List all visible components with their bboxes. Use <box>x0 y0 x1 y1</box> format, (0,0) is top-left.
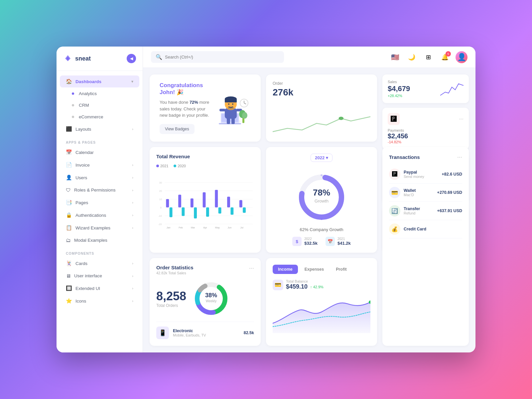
svg-text:May: May <box>215 226 220 229</box>
svg-text:-10: -10 <box>158 214 162 217</box>
svg-text:Weekly: Weekly <box>206 299 217 303</box>
sales-change: +28.42% <box>388 94 410 98</box>
sidebar-item-ecommerce[interactable]: eCommerce <box>60 111 139 122</box>
payments-change: -14.82% <box>388 140 464 144</box>
sidebar-item-roles[interactable]: 🛡 Roles & Permissions › <box>60 184 139 196</box>
user-avatar[interactable]: 👤 <box>456 51 467 63</box>
invoice-icon: 📄 <box>66 162 72 168</box>
svg-rect-37 <box>182 207 185 216</box>
svg-text:30: 30 <box>159 181 162 184</box>
transactions-more-icon[interactable]: ··· <box>457 154 462 161</box>
search-input[interactable] <box>165 55 279 60</box>
sales-chart-icon <box>440 80 464 97</box>
sidebar-item-crm[interactable]: CRM <box>60 100 139 111</box>
grid-button[interactable]: ⊞ <box>422 51 434 63</box>
view-badges-button[interactable]: View Badges <box>160 124 195 134</box>
transaction-transfer-amount: +637.91 USD <box>437 208 462 213</box>
sidebar-item-wizard[interactable]: 📋 Wizard Examples › <box>60 222 139 234</box>
payments-value: $2,456 <box>388 132 464 140</box>
welcome-illustration <box>211 88 251 128</box>
transactions-title: Transactions <box>389 154 420 160</box>
chevron-icon: › <box>132 286 133 290</box>
sidebar-item-extended-ui[interactable]: 🔲 Extended UI › <box>60 282 139 294</box>
svg-text:20: 20 <box>159 190 162 193</box>
transfer-transaction-icon: 🔄 <box>389 205 400 216</box>
legend-dot-2020 <box>174 165 176 167</box>
sidebar-item-users[interactable]: 👤 Users › <box>60 172 139 184</box>
dot-icon <box>72 116 74 118</box>
wallet-transaction-icon: 💳 <box>389 187 400 198</box>
balance-icon: 💳 <box>273 280 283 290</box>
components-section-label: COMPONENTS <box>57 247 143 257</box>
transaction-credit-info: Credit Card <box>404 227 459 231</box>
value-2022: $32.5k <box>304 241 318 246</box>
electronic-sub: Mobile, Earbuds, TV <box>173 333 240 337</box>
electronic-name: Electronic <box>173 329 240 333</box>
sidebar-item-icons[interactable]: ⭐ Icons › <box>60 295 139 307</box>
sidebar-item-label: Roles & Permissions <box>74 188 116 193</box>
sidebar-item-ui[interactable]: 🖥 User interface › <box>60 270 139 282</box>
sidebar-item-label: Modal Examples <box>74 238 107 243</box>
svg-rect-43 <box>218 207 221 213</box>
growth-donut: 78% Growth <box>295 171 348 224</box>
chart-legend: 2021 2020 <box>156 164 254 168</box>
svg-rect-34 <box>166 199 169 207</box>
sidebar-item-modal[interactable]: 🗂 Modal Examples <box>60 234 139 246</box>
chevron-icon: › <box>132 127 133 131</box>
sidebar-item-cards[interactable]: 🃏 Cards › <box>60 257 139 269</box>
search-box[interactable]: 🔍 <box>151 51 284 63</box>
chevron-icon: › <box>132 200 133 204</box>
income-card: Income Expenses Profit 💳 Total Balance $… <box>266 258 377 346</box>
theme-toggle[interactable]: 🌙 <box>406 51 418 63</box>
more-options-button[interactable]: ··· <box>459 116 464 122</box>
sidebar-item-dashboards[interactable]: 🏠 Dashboards ▾ <box>60 75 139 87</box>
legend-2021: 2021 <box>156 164 168 168</box>
growth-2022: $ 2022 $32.5k <box>292 237 318 246</box>
sidebar-item-analytics[interactable]: Analytics <box>60 88 139 99</box>
sidebar-item-calendar[interactable]: 📅 Calendar <box>60 146 139 158</box>
value-2021: $41.2k <box>337 241 351 246</box>
svg-rect-44 <box>227 197 230 207</box>
sidebar-item-label: Pages <box>75 200 88 205</box>
grid-icon: ⊞ <box>426 54 431 61</box>
order-count: 8,258 <box>156 289 186 303</box>
svg-rect-42 <box>215 190 218 207</box>
svg-rect-11 <box>225 99 237 102</box>
svg-point-12 <box>228 103 229 105</box>
revenue-title: Total Revenue <box>156 154 254 159</box>
transaction-wallet: 💳 Wallet Mac'D +270.69 USD <box>389 184 462 202</box>
sidebar-item-label: Users <box>75 175 87 180</box>
logo-text: sneat <box>75 55 91 62</box>
layouts-icon: ⬛ <box>66 126 72 132</box>
chevron-icon: › <box>132 261 133 265</box>
flag-button[interactable]: 🇺🇸 <box>389 51 401 63</box>
tab-income[interactable]: Income <box>273 265 298 274</box>
sidebar-item-invoice[interactable]: 📄 Invoice › <box>60 159 139 171</box>
chevron-icon: › <box>132 299 133 303</box>
sidebar-item-layouts[interactable]: ⬛ Layouts › <box>60 123 139 135</box>
order-stats-subtitle: 42.82k Total Sales <box>156 271 194 275</box>
sidebar-toggle[interactable]: ◀ <box>127 54 136 63</box>
sidebar-item-label: Icons <box>75 299 86 304</box>
sidebar-item-auth[interactable]: 🔒 Authentications › <box>60 209 139 221</box>
sidebar-item-label: Cards <box>75 261 87 266</box>
moon-icon: 🌙 <box>408 54 415 61</box>
tab-expenses[interactable]: Expenses <box>299 265 329 274</box>
chevron-icon: ▾ <box>131 79 133 84</box>
order-stats-body: 8,258 Total Orders 38% Weekly <box>156 280 254 317</box>
orders-donut: 38% Weekly <box>193 280 229 317</box>
electronic-icon: 📱 <box>156 327 169 339</box>
year-selector[interactable]: 2022 ▾ <box>311 154 332 162</box>
order-chart <box>273 115 370 135</box>
more-options-icon[interactable]: ··· <box>249 265 254 272</box>
transaction-paypal-amount: +82.6 USD <box>442 172 463 177</box>
notification-button[interactable]: 🔔 5 <box>439 51 451 63</box>
paypal-transaction-icon: 🅿 <box>389 169 400 180</box>
revenue-bar-chart: 30 20 10 0 -10 -20 <box>156 171 254 238</box>
total-revenue-card: Total Revenue 2021 2020 30 20 <box>150 147 261 253</box>
tab-profit[interactable]: Profit <box>331 265 352 274</box>
welcome-title: Congratulations John! 🎉 <box>160 82 211 96</box>
ui-icon: 🖥 <box>66 273 71 279</box>
sidebar-item-label: User interface <box>74 273 102 278</box>
sidebar-item-pages[interactable]: 📑 Pages › <box>60 197 139 208</box>
